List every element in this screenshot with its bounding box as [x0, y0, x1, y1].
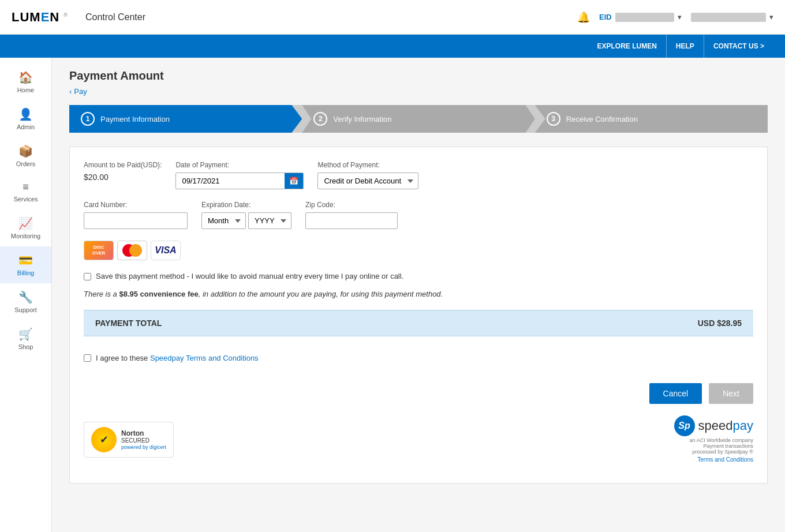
norton-badge: ✔ Norton SECURED powered by digicert	[84, 422, 174, 458]
step-2-label: Verify Information	[333, 115, 391, 123]
breadcrumb-arrow: ‹	[69, 87, 72, 96]
amount-label: Amount to be Paid(USD):	[84, 161, 162, 169]
sidebar-label-monitoring: Monitoring	[11, 233, 40, 239]
speedpay-brand: speedpay	[698, 418, 753, 433]
card-number-input[interactable]	[84, 212, 188, 229]
date-group: Date of Payment: 📅	[175, 161, 304, 189]
mastercard-circles	[122, 244, 142, 257]
calendar-icon[interactable]: 📅	[285, 173, 303, 189]
sidebar-item-services[interactable]: ≡ Services	[0, 174, 51, 209]
visa-logo: VISA	[151, 241, 181, 260]
sidebar-item-monitoring[interactable]: 📈 Monitoring	[0, 209, 51, 246]
sidebar-label-services: Services	[13, 196, 38, 203]
explore-lumen-link[interactable]: EXPLORE LUMEN	[588, 35, 667, 58]
sidebar-item-admin[interactable]: 👤 Admin	[0, 100, 51, 137]
payment-total-amount: USD $28.95	[698, 319, 742, 328]
sidebar-item-home[interactable]: 🏠 Home	[0, 63, 51, 100]
date-input-wrap: 📅	[175, 173, 304, 189]
mc-circle-yellow	[129, 244, 142, 257]
expiration-selects: Month 010203 040506 070809 101112 YYYY 2…	[201, 212, 291, 229]
sidebar-label-orders: Orders	[16, 160, 36, 167]
breadcrumb-pay-link[interactable]: Pay	[74, 87, 87, 96]
speedpay-icon: Sp	[674, 415, 695, 436]
monitoring-icon: 📈	[18, 216, 33, 230]
user-value: ██████████	[691, 13, 766, 22]
admin-icon: 👤	[18, 107, 33, 121]
year-select[interactable]: YYYY 202120222023 202420252026	[248, 212, 291, 229]
method-select[interactable]: Credit or Debit Account Bank Account	[317, 173, 418, 189]
sidebar-item-orders[interactable]: 📦 Orders	[0, 137, 51, 174]
expiration-group: Expiration Date: Month 010203 040506 070…	[201, 201, 291, 229]
step-3-circle: 3	[547, 112, 560, 126]
sidebar: 🏠 Home 👤 Admin 📦 Orders ≡ Services 📈 Mon…	[0, 58, 52, 532]
step-2-circle: 2	[313, 112, 327, 126]
next-button[interactable]: Next	[709, 383, 753, 404]
eid-value: ████████	[615, 13, 674, 22]
cancel-button[interactable]: Cancel	[649, 383, 702, 404]
card-number-group: Card Number:	[84, 201, 188, 229]
step-3-label: Receive Confirmation	[566, 115, 638, 123]
sidebar-label-home: Home	[17, 87, 34, 93]
norton-shield-icon: ✔	[91, 427, 117, 452]
expiration-label: Expiration Date:	[201, 201, 291, 209]
step-1: 1 Payment Information	[69, 105, 302, 133]
fee-amount: $8.95 convenience fee	[119, 290, 198, 298]
main-layout: 🏠 Home 👤 Admin 📦 Orders ≡ Services 📈 Mon…	[0, 58, 785, 532]
sidebar-item-support[interactable]: 🔧 Support	[0, 283, 51, 320]
save-payment-checkbox[interactable]	[84, 273, 91, 280]
zip-group: Zip Code:	[305, 201, 398, 229]
form-row-1: Amount to be Paid(USD): $20.00 Date of P…	[84, 161, 753, 189]
form-row-2: Card Number: Expiration Date: Month 0102…	[84, 201, 753, 229]
save-payment-row: Save this payment method - I would like …	[84, 272, 753, 280]
amount-group: Amount to be Paid(USD): $20.00	[84, 161, 162, 182]
sidebar-item-shop[interactable]: 🛒 Shop	[0, 320, 51, 357]
terms-link[interactable]: Speedpay Terms and Conditions	[150, 354, 259, 362]
contact-us-link[interactable]: CONTACT US >	[704, 35, 773, 58]
step-progress-bar: 1 Payment Information 2 Verify Informati…	[69, 105, 768, 133]
support-icon: 🔧	[18, 290, 33, 304]
sidebar-item-billing[interactable]: 💳 Billing	[0, 246, 51, 283]
home-icon: 🏠	[18, 70, 33, 84]
services-icon: ≡	[23, 181, 29, 193]
lumen-logo: LUMEN ®	[12, 10, 68, 25]
eid-dropdown[interactable]: ▾	[678, 13, 682, 21]
sidebar-label-billing: Billing	[17, 269, 34, 276]
bell-icon[interactable]: 🔔	[577, 11, 590, 24]
footer-logos: ✔ Norton SECURED powered by digicert Sp …	[84, 404, 753, 469]
breadcrumb: ‹ Pay	[69, 87, 768, 96]
discover-logo: DISCOVER	[84, 241, 114, 260]
eid-section: EID ████████ ▾	[599, 13, 682, 22]
main-content: Payment Amount ‹ Pay 1 Payment Informati…	[52, 58, 785, 532]
sidebar-label-admin: Admin	[17, 123, 35, 130]
month-select[interactable]: Month 010203 040506 070809 101112	[201, 212, 246, 229]
payment-total-label: PAYMENT TOTAL	[95, 319, 162, 328]
page-title: Payment Amount	[69, 69, 768, 83]
zip-input[interactable]	[305, 212, 398, 229]
save-payment-label: Save this payment method - I would like …	[96, 272, 403, 280]
speedpay-tagline: an ACI Worldwide company	[674, 437, 753, 443]
card-logos: DISCOVER VISA	[84, 241, 753, 260]
user-section: ██████████ ▾	[691, 13, 773, 22]
payment-form-card: Amount to be Paid(USD): $20.00 Date of P…	[69, 147, 768, 484]
method-label: Method of Payment:	[317, 161, 418, 169]
norton-text: Norton SECURED powered by digicert	[121, 429, 166, 450]
step-2: 2 Verify Information	[302, 105, 534, 133]
user-dropdown[interactable]: ▾	[769, 13, 773, 21]
billing-icon: 💳	[18, 253, 33, 267]
speedpay-processed: Payment transactionsprocessed by Speedpa…	[674, 443, 753, 455]
blue-nav: EXPLORE LUMEN HELP CONTACT US >	[0, 35, 785, 58]
fee-notice: There is a $8.95 convenience fee, in add…	[84, 290, 753, 298]
amount-value: $20.00	[84, 173, 162, 182]
terms-checkbox[interactable]	[84, 354, 91, 362]
mastercard-logo	[117, 241, 147, 260]
shop-icon: 🛒	[18, 327, 33, 341]
eid-label: EID	[599, 13, 612, 21]
zip-label: Zip Code:	[305, 201, 398, 209]
speedpay-section: Sp speedpay an ACI Worldwide company Pay…	[674, 415, 753, 463]
card-number-label: Card Number:	[84, 201, 188, 209]
speedpay-terms-link[interactable]: Terms and Conditions	[697, 456, 753, 463]
speedpay-logo: Sp speedpay	[674, 415, 753, 436]
help-link[interactable]: HELP	[667, 35, 704, 58]
sidebar-label-support: Support	[14, 306, 37, 313]
date-input[interactable]	[176, 173, 285, 189]
